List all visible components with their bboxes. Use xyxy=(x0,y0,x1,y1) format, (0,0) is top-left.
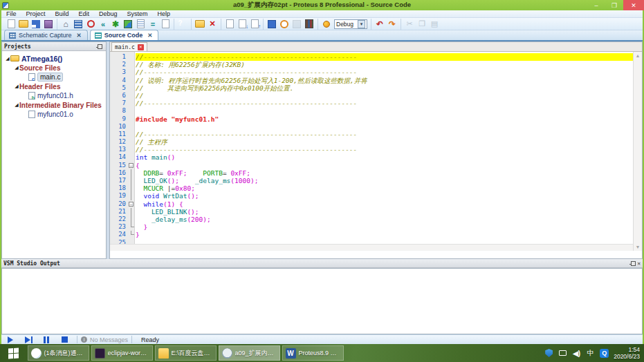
tree-item-myfunc01-h[interactable]: myfunc01.h xyxy=(2,91,106,101)
maximize-button[interactable]: ❐ xyxy=(605,0,623,10)
tree-item-main-c[interactable]: main.c xyxy=(2,73,106,82)
scroll-down-icon[interactable]: ▼ xyxy=(636,243,641,251)
notes-icon[interactable] xyxy=(160,19,171,29)
ime-icon[interactable]: 中 xyxy=(586,349,595,358)
tab-close-icon[interactable]: ✕ xyxy=(77,32,82,39)
editor-tab-main-c[interactable]: main.c ✕ xyxy=(111,42,147,51)
tree-expand-icon[interactable]: ◢ xyxy=(14,65,19,70)
code-line-18[interactable]: 18 MCUCR |=0x80; xyxy=(110,184,633,192)
taskbar-item-proteus[interactable]: a09_扩展内存02... xyxy=(219,345,280,361)
close-button[interactable]: ✕ xyxy=(623,0,644,10)
taskbar-item-folderic[interactable]: E:\百度云盘03\Pr... xyxy=(155,345,217,361)
code-line-16[interactable]: 16 DDRB= 0xFF; PORTB= 0xFF; xyxy=(110,169,633,177)
code-line-2[interactable]: 2// 名称: 用62256扩展内存(32KB) xyxy=(110,61,633,68)
code-line-3[interactable]: 3//-------------------------------------… xyxy=(110,68,633,76)
clock[interactable]: 1:54 2020/6/23 xyxy=(614,346,640,360)
tree-item-atmega16-[interactable]: ◢ATmega16() xyxy=(2,54,106,64)
tree-expand-icon[interactable]: ◢ xyxy=(5,56,10,61)
tree-expand-icon[interactable]: ◢ xyxy=(14,102,19,108)
tab-source-code[interactable]: Source Code✕ xyxy=(90,30,159,40)
undo-icon[interactable]: ↶ xyxy=(374,19,385,29)
start-button[interactable] xyxy=(0,344,26,362)
menu-debug[interactable]: Debug xyxy=(94,10,122,18)
code-line-10[interactable]: 10 xyxy=(110,123,633,131)
editor-tab-close-icon[interactable]: ✕ xyxy=(138,44,144,50)
code-line-19[interactable]: 19 void WrtDat(); xyxy=(110,192,633,200)
code-line-17[interactable]: 17 LED_OK(); _delay_ms(1000); xyxy=(110,177,633,184)
code-line-12[interactable]: 12// 主程序 xyxy=(110,138,633,146)
code-line-24[interactable]: 24} xyxy=(110,231,633,238)
code-line-1[interactable]: 1//-------------------------------------… xyxy=(110,53,633,61)
fold-marker-icon[interactable]: – xyxy=(128,200,136,208)
debug-configuration-dropdown[interactable]: Debug▾ xyxy=(334,19,367,29)
menu-edit[interactable]: Edit xyxy=(74,10,95,18)
menu-build[interactable]: Build xyxy=(50,10,74,18)
help-icon[interactable]: ? xyxy=(177,19,188,29)
tree-item-header-files[interactable]: ◢Header Files xyxy=(2,82,106,92)
rebuild-project-icon[interactable] xyxy=(279,19,290,29)
design-explorer-icon[interactable]: = xyxy=(147,19,158,29)
debug-config-icon[interactable] xyxy=(321,19,332,29)
stop-button[interactable] xyxy=(57,336,72,344)
taskbar-item-browser[interactable]: (1条消息)通知-消... xyxy=(28,345,89,361)
vertical-scrollbar[interactable]: ▲ ▼ xyxy=(633,52,642,251)
q-app-tray-icon[interactable]: Q xyxy=(600,349,609,358)
tab-close-icon[interactable]: ✕ xyxy=(147,32,152,39)
open-project-icon[interactable] xyxy=(18,19,29,29)
taskbar-item-eclipse[interactable]: eclipjav-worksp... xyxy=(91,345,153,361)
security-shield-icon[interactable] xyxy=(544,349,553,358)
volume-icon[interactable]: ◀) xyxy=(572,349,581,358)
tab-schematic-capture[interactable]: Schematic Capture✕ xyxy=(4,30,88,40)
fold-marker-icon[interactable]: – xyxy=(128,162,136,169)
new-project-icon[interactable] xyxy=(6,19,17,29)
new-source-file-icon[interactable] xyxy=(224,19,235,29)
menu-project[interactable]: Project xyxy=(21,10,50,18)
bill-of-materials-icon[interactable] xyxy=(135,19,146,29)
scroll-up-icon[interactable]: ▲ xyxy=(636,52,641,59)
menu-system[interactable]: System xyxy=(122,10,153,18)
pcb-layout-icon[interactable] xyxy=(85,19,96,29)
library-manager-icon[interactable] xyxy=(304,19,315,29)
add-source-file-icon[interactable] xyxy=(237,19,248,29)
step-button[interactable] xyxy=(21,336,36,344)
code-line-9[interactable]: 9#include "myfunc01.h" xyxy=(110,115,633,123)
pause-button[interactable] xyxy=(39,336,54,344)
menu-file[interactable]: File xyxy=(1,10,21,18)
save-project-icon[interactable] xyxy=(30,19,42,29)
home-icon[interactable]: ⌂ xyxy=(60,19,71,29)
gerber-viewer-icon[interactable]: « xyxy=(98,19,109,29)
code-line-7[interactable]: 7//-------------------------------------… xyxy=(110,99,633,107)
simulation-icon[interactable]: ✱ xyxy=(110,19,121,29)
tree-expand-icon[interactable]: ◢ xyxy=(14,84,19,89)
3d-viewer-icon[interactable] xyxy=(122,19,134,29)
tree-item-source-files[interactable]: ◢Source Files xyxy=(2,64,106,73)
play-button[interactable] xyxy=(3,336,18,344)
code-line-14[interactable]: 14int main() xyxy=(110,153,633,161)
code-line-22[interactable]: 22 _delay_ms(200); xyxy=(110,216,633,223)
code-line-20[interactable]: 20– while(1) { xyxy=(110,200,633,208)
horizontal-scrollbar[interactable] xyxy=(110,244,633,251)
vsm-close-icon[interactable]: ✕ xyxy=(637,260,641,267)
network-icon[interactable] xyxy=(558,349,567,358)
vsm-output-body[interactable] xyxy=(1,268,643,334)
build-project-icon[interactable] xyxy=(266,19,277,29)
code-line-4[interactable]: 4// 说明: 程序运行时首先向62256开始处写入1-200,然后读取这些数据… xyxy=(110,77,633,84)
export-source-file-icon[interactable] xyxy=(249,19,260,29)
tree-item-myfunc01-o[interactable]: myfunc01.o xyxy=(2,110,106,120)
close-project-icon[interactable]: ✕ xyxy=(207,19,218,29)
menu-help[interactable]: Help xyxy=(153,10,176,18)
code-line-23[interactable]: 23 } xyxy=(110,223,633,231)
open-source-folder-icon[interactable] xyxy=(194,19,205,29)
code-area[interactable]: 1//-------------------------------------… xyxy=(110,52,642,251)
code-line-6[interactable]: 6// xyxy=(110,92,633,99)
minimize-button[interactable]: – xyxy=(587,0,605,10)
schematic-capture-icon[interactable] xyxy=(73,19,84,29)
code-line-15[interactable]: 15–{ xyxy=(110,162,633,169)
tree-item-intermediate-binary-files[interactable]: ◢Intermediate Binary Files xyxy=(2,101,106,111)
pin-icon[interactable] xyxy=(98,44,102,49)
code-line-8[interactable]: 8 xyxy=(110,107,633,115)
code-line-13[interactable]: 13//------------------------------------… xyxy=(110,146,633,153)
dropdown-arrow-icon[interactable]: ▾ xyxy=(358,20,365,28)
code-line-21[interactable]: 21 LED_BLINK(); xyxy=(110,208,633,216)
code-line-11[interactable]: 11//------------------------------------… xyxy=(110,131,633,138)
